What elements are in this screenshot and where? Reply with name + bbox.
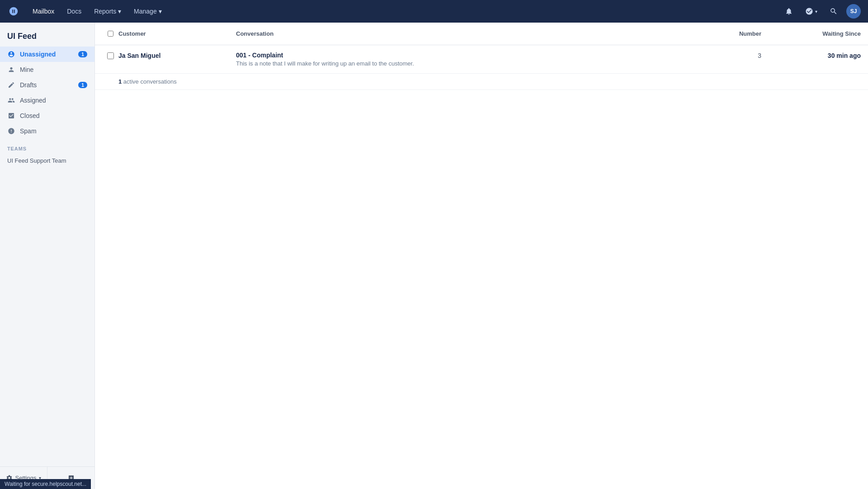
nav-docs[interactable]: Docs: [61, 5, 87, 18]
sidebar-label-drafts: Drafts: [20, 81, 37, 89]
sidebar-label-mine: Mine: [20, 66, 33, 73]
unassigned-badge: 1: [78, 51, 87, 57]
conversation-body: 001 - Complaint This is a note that I wi…: [236, 52, 725, 67]
conversation-number: 3: [725, 52, 779, 59]
nav-mailbox[interactable]: Mailbox: [27, 5, 60, 18]
active-conversations-count: 1 active conversations: [95, 74, 868, 90]
th-number: Number: [725, 30, 779, 37]
sidebar-label-spam: Spam: [20, 127, 37, 135]
sidebar: UI Feed Unassigned 1 Mine: [0, 23, 95, 489]
row-checkbox-container: [102, 52, 118, 59]
sidebar-title: UI Feed: [0, 23, 94, 47]
sidebar-nav: Unassigned 1 Mine Drafts 1: [0, 47, 94, 466]
drafts-badge: 1: [78, 82, 87, 88]
assigned-icon: [7, 96, 15, 104]
account-switcher[interactable]: ▾: [802, 5, 821, 17]
sidebar-team-ui-feed[interactable]: UI Feed Support Team: [0, 154, 94, 167]
conversation-preview: This is a note that I will make for writ…: [236, 60, 725, 67]
sidebar-item-unassigned[interactable]: Unassigned 1: [0, 47, 94, 62]
sidebar-item-assigned[interactable]: Assigned: [0, 93, 94, 108]
th-customer: Customer: [118, 30, 236, 37]
spam-icon: [7, 127, 15, 135]
user-avatar[interactable]: SJ: [846, 4, 861, 19]
notifications-icon[interactable]: [782, 4, 796, 19]
select-all-checkbox[interactable]: [108, 31, 113, 37]
search-icon[interactable]: [826, 4, 841, 19]
top-navigation: Mailbox Docs Reports ▾ Manage ▾ ▾ SJ: [0, 0, 868, 23]
conversation-row[interactable]: Ja San Miguel 001 - Complaint This is a …: [95, 45, 868, 74]
statusbar: Waiting for secure.helpscout.net...: [0, 479, 91, 489]
manage-dropdown-arrow: ▾: [159, 8, 162, 15]
nav-manage[interactable]: Manage ▾: [128, 5, 167, 18]
sidebar-item-spam[interactable]: Spam: [0, 123, 94, 139]
mine-icon: [7, 66, 15, 74]
topnav-right: ▾ SJ: [782, 4, 861, 19]
nav-reports[interactable]: Reports ▾: [89, 5, 127, 18]
th-conversation: Conversation: [236, 30, 725, 37]
statusbar-text: Waiting for secure.helpscout.net...: [5, 481, 86, 487]
row-checkbox[interactable]: [107, 52, 114, 59]
teams-section-label: TEAMS: [0, 139, 94, 154]
sidebar-item-closed[interactable]: Closed: [0, 108, 94, 123]
sidebar-label-assigned: Assigned: [20, 97, 46, 104]
main-layout: UI Feed Unassigned 1 Mine: [0, 23, 868, 489]
nav-links: Mailbox Docs Reports ▾ Manage ▾: [27, 5, 778, 18]
conversation-title: 001 - Complaint: [236, 52, 725, 59]
sidebar-item-mine[interactable]: Mine: [0, 62, 94, 77]
sidebar-label-closed: Closed: [20, 112, 40, 119]
unassigned-icon: [7, 50, 15, 58]
sidebar-label-unassigned: Unassigned: [20, 51, 56, 58]
conversation-waiting: 30 min ago: [779, 52, 861, 59]
active-count-label: active conversations: [123, 78, 177, 85]
active-count-number: 1: [118, 78, 122, 85]
th-select-all[interactable]: [102, 31, 118, 37]
main-content: Customer Conversation Number Waiting Sin…: [95, 23, 868, 489]
account-dropdown-arrow: ▾: [815, 9, 817, 14]
customer-name: Ja San Miguel: [118, 52, 236, 59]
th-waiting: Waiting Since: [779, 30, 861, 37]
sidebar-item-drafts[interactable]: Drafts 1: [0, 77, 94, 93]
table-header: Customer Conversation Number Waiting Sin…: [95, 23, 868, 45]
closed-icon: [7, 112, 15, 120]
app-logo[interactable]: [7, 5, 20, 18]
reports-dropdown-arrow: ▾: [118, 8, 121, 15]
drafts-icon: [7, 81, 15, 89]
